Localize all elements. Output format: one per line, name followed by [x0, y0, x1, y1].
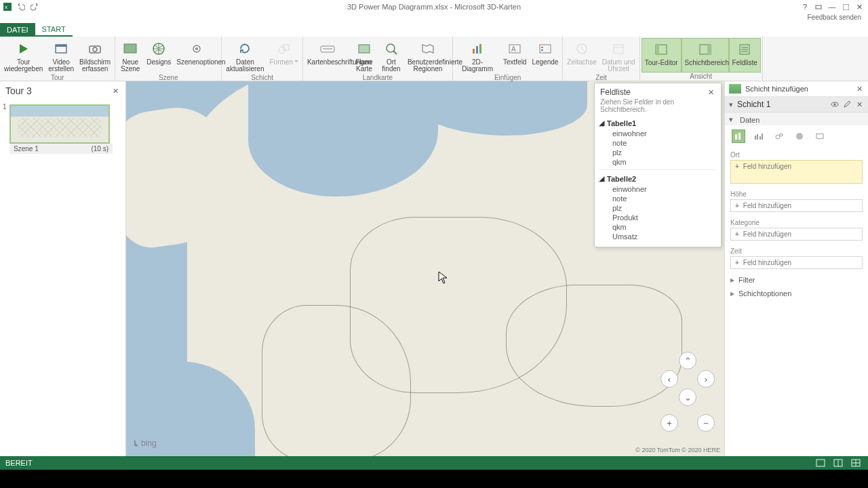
tab-start[interactable]: START — [35, 23, 73, 37]
svg-rect-46 — [762, 134, 763, 140]
svg-rect-44 — [757, 134, 758, 140]
scene-thumbnail[interactable]: 1 Szene 1 (10 s) — [9, 104, 116, 154]
fieldlist-hint: Ziehen Sie Felder in den Schichtbereich. — [595, 98, 721, 116]
viz-bubble[interactable] — [772, 129, 786, 143]
new-scene-button[interactable]: NeueSzene — [117, 38, 144, 74]
svg-line-19 — [393, 51, 397, 54]
viz-heatmap[interactable] — [793, 129, 806, 143]
textbox-button[interactable]: ATextfeld — [500, 38, 529, 74]
field-item[interactable]: note — [599, 194, 717, 203]
close-button[interactable]: ✕ — [853, 1, 865, 12]
field-item[interactable]: Produkt — [599, 213, 717, 222]
screenshot-button[interactable]: Bildschirmerfassen — [77, 38, 113, 74]
svg-rect-25 — [540, 45, 551, 53]
layer-header[interactable]: ▾ Schicht 1 ✕ — [725, 97, 868, 113]
svg-point-48 — [780, 134, 783, 136]
undo-icon[interactable] — [16, 2, 26, 12]
eye-icon[interactable] — [830, 100, 840, 109]
layer-panel: Schicht hinzufügen ✕ ▾ Schicht 1 ✕ ▾ Dat… — [724, 81, 868, 456]
fieldlist-popup[interactable]: Feldliste ✕ Ziehen Sie Felder in den Sch… — [594, 83, 722, 247]
svg-point-12 — [195, 47, 198, 50]
field-item[interactable]: einwohner — [599, 129, 717, 138]
designs-button[interactable]: Designs — [144, 38, 174, 74]
maximize-button[interactable] — [840, 1, 852, 12]
calendar-icon — [609, 39, 628, 58]
flat-map-button[interactable]: FlaneKarte — [351, 38, 378, 74]
field-item[interactable]: plz — [599, 148, 717, 157]
fieldlist-title: Feldliste — [600, 87, 706, 97]
redo-icon[interactable] — [30, 2, 39, 12]
edit-icon[interactable] — [842, 100, 852, 109]
height-well[interactable]: +Feld hinzufügen — [730, 199, 863, 212]
map-copyright: © 2020 TomTom © 2020 HERE — [635, 447, 720, 453]
close-layer-panel-button[interactable]: ✕ — [854, 84, 864, 94]
tilt-up-button[interactable]: ⌃ — [679, 352, 696, 369]
film-icon — [52, 39, 71, 58]
field-item[interactable]: note — [599, 138, 717, 148]
svg-rect-42 — [738, 133, 741, 140]
add-layer-button[interactable]: Schicht hinzufügen — [729, 84, 854, 94]
play-icon — [14, 39, 33, 58]
tour-editor-toggle[interactable]: Tour-Editor — [642, 38, 682, 73]
close-fieldlist-button[interactable]: ✕ — [706, 87, 715, 97]
plus-icon: + — [735, 230, 739, 238]
plus-icon: + — [735, 163, 739, 170]
shapes-icon — [275, 39, 294, 58]
layer-options-section[interactable]: ▶Schichtoptionen — [725, 287, 868, 300]
status-text: BEREIT — [5, 459, 33, 467]
field-item[interactable]: plz — [599, 203, 717, 213]
legend-button[interactable]: Legende — [529, 38, 561, 74]
field-item[interactable]: Umsatz — [599, 232, 717, 241]
svg-text:x: x — [5, 4, 7, 10]
location-label: Ort — [725, 148, 868, 159]
rotate-left-button[interactable]: ‹ — [660, 370, 678, 388]
status-view-2[interactable] — [831, 458, 845, 468]
layer-area-toggle[interactable]: Schichtbereich — [682, 38, 729, 73]
ribbon-toggle-button[interactable] — [812, 1, 825, 12]
field-item[interactable]: qkm — [599, 157, 717, 167]
svg-rect-45 — [760, 136, 761, 140]
zoom-out-button[interactable]: − — [697, 414, 715, 432]
time-well[interactable]: +Feld hinzufügen — [730, 256, 863, 269]
table-node[interactable]: ◢Tabelle2 — [599, 173, 717, 184]
field-item[interactable]: qkm — [599, 222, 717, 232]
feedback-link[interactable]: Feedback senden — [0, 14, 868, 23]
location-well[interactable]: +Feld hinzufügen — [730, 160, 863, 184]
status-view-3[interactable] — [849, 458, 863, 468]
table-node[interactable]: ◢Tabelle1 — [599, 117, 717, 129]
status-view-1[interactable] — [814, 458, 827, 468]
custom-regions-button[interactable]: BenutzerdefinierteRegionen — [405, 38, 451, 74]
scene-options-button[interactable]: Szenenoptionen — [174, 38, 220, 74]
tab-file[interactable]: DATEI — [0, 23, 35, 37]
chart-2d-button[interactable]: 2D-Diagramm — [454, 38, 500, 74]
category-well[interactable]: +Feld hinzufügen — [730, 228, 863, 241]
refresh-data-button[interactable]: Datenaktualisieren — [223, 38, 267, 74]
collapse-icon[interactable]: ▾ — [729, 100, 737, 109]
close-tour-panel-button[interactable]: ✕ — [111, 86, 120, 96]
create-video-button[interactable]: Videoerstellen — [45, 38, 77, 74]
play-tour-button[interactable]: Tourwiedergeben — [1, 38, 45, 74]
add-layer-icon — [729, 84, 741, 94]
tab-row: DATEI START — [0, 23, 868, 37]
map-labels-button[interactable]: Kartenbeschriftungen — [304, 38, 351, 74]
svg-text:A: A — [511, 45, 516, 53]
filter-section[interactable]: ▶Filter — [725, 273, 868, 287]
field-item[interactable]: einwohner — [599, 184, 717, 194]
rotate-right-button[interactable]: › — [697, 370, 715, 388]
map-canvas[interactable]: bing © 2020 TomTom © 2020 HERE ⌃ ‹ › ⌄ +… — [126, 81, 724, 456]
find-location-button[interactable]: Ortfinden — [378, 38, 405, 74]
collapse-icon[interactable]: ▾ — [729, 115, 737, 124]
viz-region[interactable] — [813, 129, 827, 143]
camera-icon — [85, 39, 104, 58]
help-button[interactable]: ? — [799, 1, 811, 12]
minimize-button[interactable]: — — [826, 1, 838, 12]
svg-rect-21 — [476, 46, 478, 54]
tilt-down-button[interactable]: ⌄ — [679, 388, 696, 406]
viz-stacked-column[interactable] — [732, 129, 745, 143]
fieldlist-toggle[interactable]: Feldliste — [729, 38, 761, 73]
fieldlist-tree: ◢Tabelle1 einwohner note plz qkm ◢Tabell… — [595, 116, 721, 247]
delete-icon[interactable]: ✕ — [854, 100, 864, 109]
bing-logo: bing — [133, 439, 157, 448]
viz-clustered-column[interactable] — [752, 129, 766, 143]
zoom-in-button[interactable]: + — [660, 414, 678, 432]
